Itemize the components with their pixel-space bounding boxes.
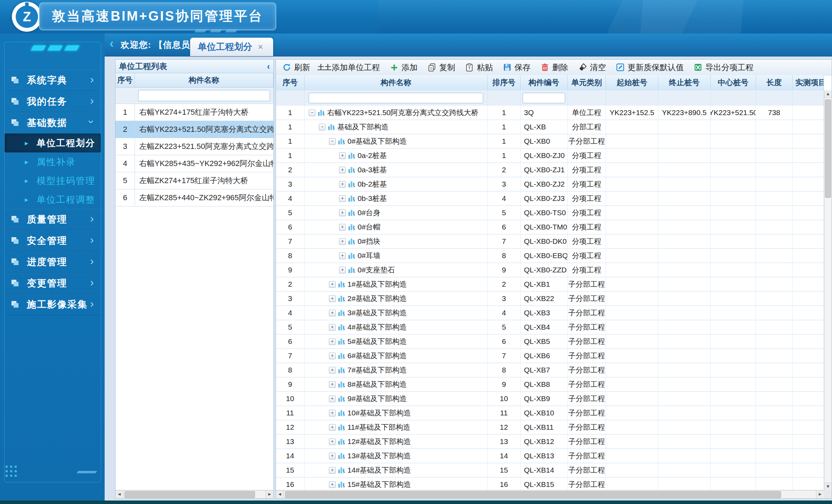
- table-row[interactable]: 4+0b-3桩基4QL-XB0-ZJ3分项工程: [276, 191, 824, 206]
- collapse-node-icon[interactable]: −: [309, 110, 315, 116]
- collapse-node-icon[interactable]: −: [329, 138, 336, 145]
- paste-button[interactable]: T粘贴: [465, 62, 493, 73]
- scrollbar-thumb[interactable]: [825, 99, 831, 198]
- expand-node-icon[interactable]: +: [329, 453, 336, 459]
- column-header-7[interactable]: 中心桩号: [711, 75, 756, 90]
- sidebar-subitem-2-2[interactable]: ▸模型挂码管理: [5, 171, 101, 190]
- delete-button[interactable]: 删除: [540, 62, 568, 73]
- expand-node-icon[interactable]: +: [339, 238, 346, 245]
- table-row[interactable]: 1+0a-2桩基1QL-XB0-ZJ0分项工程: [276, 149, 824, 163]
- expand-node-icon[interactable]: +: [329, 481, 336, 488]
- sidebar-group-6[interactable]: 变更管理›: [5, 273, 101, 294]
- copy-button[interactable]: 复制: [427, 62, 455, 73]
- list-item[interactable]: 6左幅ZK285+440~ZK292+965阿尔金山特长隧道: [115, 189, 273, 206]
- table-row[interactable]: 3+2#基础及下部构造3QL-XB22子分部工程: [276, 292, 824, 306]
- code-filter-input[interactable]: [523, 93, 565, 103]
- tab-unit-project-division[interactable]: 单位工程划分 ×: [190, 38, 273, 56]
- expand-node-icon[interactable]: +: [329, 324, 336, 331]
- column-header-2[interactable]: 排序号: [488, 75, 520, 90]
- expand-node-icon[interactable]: +: [339, 152, 346, 159]
- table-row[interactable]: 5+0#台身5QL-XB0-TS0分项工程: [276, 206, 824, 220]
- column-header-6[interactable]: 终止桩号: [658, 75, 711, 90]
- table-row[interactable]: 14+13#基础及下部构造14QL-XB13子分部工程: [276, 449, 824, 463]
- left-column-header-1[interactable]: 构件名称: [135, 73, 273, 87]
- left-column-header-0[interactable]: 序号: [115, 73, 135, 87]
- scrollbar-thumb[interactable]: [125, 491, 255, 498]
- table-row[interactable]: 1−右幅YK223+521.50阿克塞分离式立交跨线大桥13Q单位工程YK223…: [276, 106, 824, 120]
- list-item[interactable]: 2右幅YK223+521.50阿克塞分离式立交跨线大桥: [115, 121, 273, 138]
- table-row[interactable]: 3+0b-2桩基3QL-XB0-ZJ2分项工程: [276, 177, 824, 191]
- sidebar-subitem-2-1[interactable]: ▸属性补录: [5, 152, 101, 171]
- sidebar-group-5[interactable]: 进度管理›: [5, 251, 101, 273]
- list-item[interactable]: 4右幅YK285+435~YK292+962阿尔金山特长隧道: [115, 155, 273, 172]
- expand-node-icon[interactable]: +: [329, 310, 336, 316]
- expand-node-icon[interactable]: +: [329, 438, 336, 445]
- table-row[interactable]: 16+15#基础及下部构造16QL-XB15子分部工程: [276, 477, 824, 490]
- expand-node-icon[interactable]: +: [339, 167, 346, 173]
- column-header-0[interactable]: 序号: [276, 75, 305, 90]
- table-row[interactable]: 2+1#基础及下部构造2QL-XB1子分部工程: [276, 277, 824, 292]
- table-row[interactable]: 12+11#基础及下部构造12QL-XB11子分部工程: [276, 420, 824, 435]
- scrollbar-thumb[interactable]: [285, 491, 781, 498]
- scroll-left-icon[interactable]: ◄: [276, 490, 284, 498]
- expand-node-icon[interactable]: +: [329, 281, 336, 288]
- table-row[interactable]: 13+12#基础及下部构造13QL-XB12子分部工程: [276, 435, 824, 449]
- tab-scroll-left-icon[interactable]: ‹: [110, 36, 114, 51]
- expand-node-icon[interactable]: +: [339, 210, 346, 216]
- collapse-node-icon[interactable]: −: [319, 124, 325, 130]
- expand-node-icon[interactable]: +: [329, 424, 336, 431]
- scroll-down-icon[interactable]: ▼: [824, 483, 832, 490]
- scroll-right-icon[interactable]: ►: [816, 490, 824, 498]
- table-row[interactable]: 7+6#基础及下部构造7QL-XB6子分部工程: [276, 349, 824, 363]
- expand-node-icon[interactable]: +: [339, 267, 346, 273]
- table-row[interactable]: 8+7#基础及下部构造8QL-XB7子分部工程: [276, 363, 824, 377]
- left-horizontal-scrollbar[interactable]: ◄ ►: [115, 490, 273, 498]
- vertical-scrollbar[interactable]: ▲ ▼: [824, 90, 832, 490]
- clear-button[interactable]: 清空: [578, 62, 606, 73]
- sidebar-group-7[interactable]: 施工影像采集›: [5, 294, 101, 315]
- list-item[interactable]: 1右幅YK274+175红崖子沟特大桥: [115, 104, 273, 121]
- expand-node-icon[interactable]: +: [329, 381, 336, 388]
- scroll-left-icon[interactable]: ◄: [115, 490, 123, 498]
- table-row[interactable]: 10+9#基础及下部构造10QL-XB9子分部工程: [276, 392, 824, 406]
- expand-node-icon[interactable]: +: [329, 295, 336, 302]
- table-row[interactable]: 2+0a-3桩基2QL-XB0-ZJ1分项工程: [276, 163, 824, 177]
- table-row[interactable]: 5+4#基础及下部构造5QL-XB4子分部工程: [276, 320, 824, 334]
- update-qa-defaults-button[interactable]: 更新质保默认值: [616, 62, 684, 73]
- column-header-9[interactable]: 实测项目数: [793, 75, 824, 90]
- save-button[interactable]: 保存: [503, 62, 531, 73]
- expand-node-icon[interactable]: +: [329, 353, 336, 359]
- list-item[interactable]: 3左幅ZK223+521.50阿克塞分离式立交跨线大桥: [115, 138, 273, 155]
- sidebar-group-3[interactable]: 质量管理›: [5, 209, 101, 230]
- table-row[interactable]: 6+0#台帽6QL-XB0-TM0分项工程: [276, 220, 824, 234]
- table-row[interactable]: 4+3#基础及下部构造4QL-XB3子分部工程: [276, 306, 824, 320]
- expand-node-icon[interactable]: +: [329, 396, 336, 402]
- table-row[interactable]: 15+14#基础及下部构造15QL-XB14子分部工程: [276, 463, 824, 477]
- sidebar-subitem-2-3[interactable]: ▸单位工程调整: [5, 190, 101, 209]
- add-unit-project-button[interactable]: 土土添加单位工程: [320, 62, 380, 73]
- sidebar-group-1[interactable]: 我的任务›: [5, 91, 101, 112]
- expand-node-icon[interactable]: +: [339, 253, 346, 259]
- sidebar-subitem-2-0[interactable]: ▸单位工程划分: [5, 134, 101, 152]
- tab-close-icon[interactable]: ×: [258, 42, 263, 52]
- expand-node-icon[interactable]: +: [329, 467, 336, 474]
- expand-node-icon[interactable]: +: [339, 224, 346, 231]
- scroll-right-icon[interactable]: ►: [265, 490, 273, 498]
- column-header-5[interactable]: 起始桩号: [606, 75, 658, 90]
- list-item[interactable]: 5左幅ZK274+175红崖子沟特大桥: [115, 172, 273, 189]
- column-header-8[interactable]: 长度: [756, 75, 793, 90]
- sidebar-group-0[interactable]: 系统字典›: [5, 70, 101, 91]
- sidebar-group-2[interactable]: 基础数据›: [5, 112, 101, 134]
- refresh-button[interactable]: 刷新: [282, 62, 310, 73]
- left-name-filter-input[interactable]: [138, 90, 270, 101]
- table-row[interactable]: 9+8#基础及下部构造9QL-XB8子分部工程: [276, 377, 824, 392]
- main-horizontal-scrollbar[interactable]: ◄ ►: [276, 490, 824, 498]
- expand-node-icon[interactable]: +: [329, 367, 336, 374]
- name-filter-input[interactable]: [309, 93, 483, 103]
- table-row[interactable]: 9+0#支座垫石9QL-XB0-ZZDS0分项工程: [276, 263, 824, 277]
- panel-collapse-icon[interactable]: ‹: [267, 61, 270, 72]
- table-row[interactable]: 1−基础及下部构造1QL-XB分部工程: [276, 120, 824, 134]
- sidebar-group-4[interactable]: 安全管理›: [5, 230, 101, 251]
- column-header-3[interactable]: 构件编号: [520, 75, 568, 90]
- table-row[interactable]: 11+10#基础及下部构造11QL-XB10子分部工程: [276, 406, 824, 420]
